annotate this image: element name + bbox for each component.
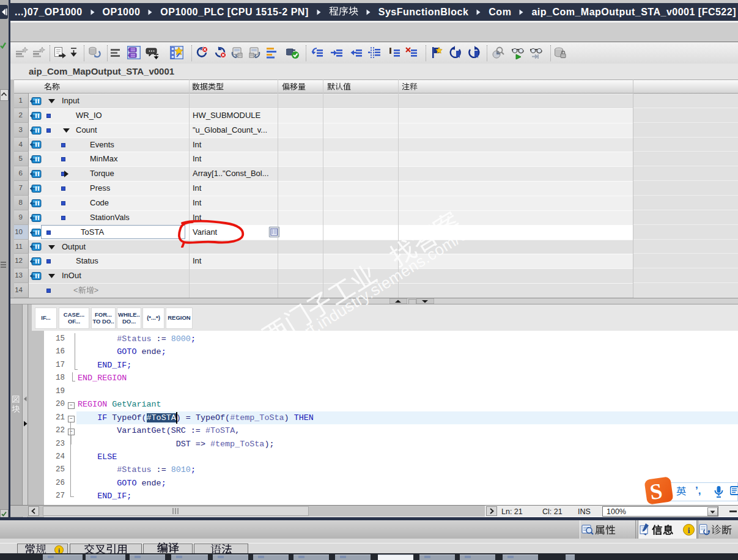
svg-text:i: i	[688, 526, 690, 535]
